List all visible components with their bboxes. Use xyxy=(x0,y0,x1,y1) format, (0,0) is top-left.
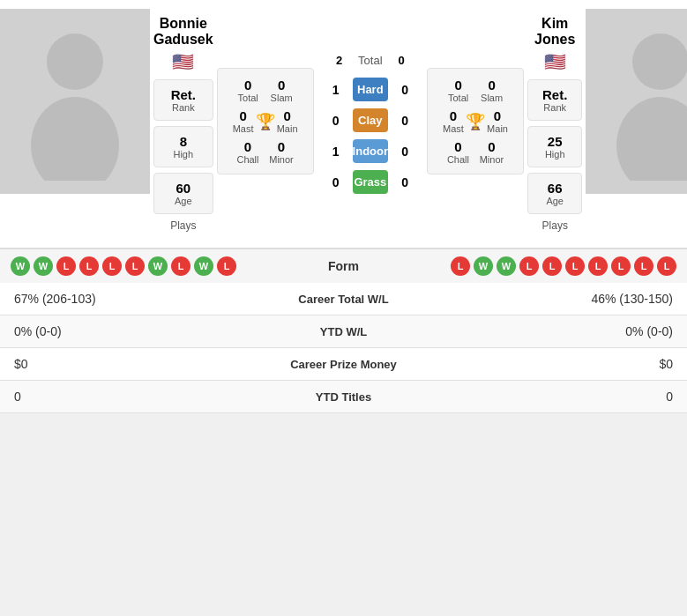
player1-rank-label: Rank xyxy=(168,102,198,113)
player2-trophy-icon: 🏆 xyxy=(466,112,485,131)
total-row: 2 Total 0 xyxy=(323,54,418,67)
player1-total-label: Total xyxy=(238,93,258,103)
svg-point-2 xyxy=(632,33,687,90)
player1-rank-value: Ret. xyxy=(168,87,198,102)
player1-mast-label: Mast xyxy=(233,123,254,134)
player2-minor-item: 0 Minor xyxy=(480,139,504,165)
player2-mast-label: Mast xyxy=(443,123,464,134)
career-stat-label: Career Prize Money xyxy=(256,358,432,371)
form-badge-p2: W xyxy=(497,256,516,276)
svg-point-1 xyxy=(31,97,119,181)
player1-flag: 🇺🇸 xyxy=(172,51,194,72)
p1-hard: 1 xyxy=(323,83,349,97)
player2-age-label: Age xyxy=(542,196,567,206)
career-stat-row: $0Career Prize Money$0 xyxy=(0,348,687,381)
player2-title-stats: 0 Total 0 Slam 0 Mast 🏆 0 xyxy=(427,68,524,174)
career-stat-p2: $0 xyxy=(432,357,674,371)
player2-info: Kim Jones 🇺🇸 Ret. Rank 25 High 66 Age Pl… xyxy=(524,9,586,239)
player1-high-value: 8 xyxy=(168,134,198,149)
player1-age-box: 60 Age xyxy=(153,173,213,214)
form-badge-p1: L xyxy=(102,256,122,276)
player2-photo xyxy=(586,9,687,194)
player2-high-label: High xyxy=(542,149,567,160)
player1-trophy-icon: 🏆 xyxy=(256,112,275,131)
career-stat-row: 67% (206-103)Career Total W/L46% (130-15… xyxy=(0,283,687,315)
clay-btn: Clay xyxy=(353,108,388,132)
p1-clay: 0 xyxy=(323,114,349,128)
player2-slam-item: 0 Slam xyxy=(481,78,503,103)
player1-rank-box: Ret. Rank xyxy=(153,79,213,121)
career-stat-p2: 0% (0-0) xyxy=(432,324,674,338)
form-badge-p2: W xyxy=(474,256,493,276)
player2-age-box: 66 Age xyxy=(527,173,582,214)
form-badge-p2: L xyxy=(565,256,585,276)
indoor-btn: Indoor xyxy=(353,139,388,163)
player2-rank-value: Ret. xyxy=(542,87,567,102)
p1-grass: 0 xyxy=(323,175,349,189)
player2-total-label: Total xyxy=(448,93,468,103)
player2-name: Kim Jones xyxy=(527,16,582,48)
indoor-row: 1 Indoor 0 xyxy=(323,139,418,163)
form-badge-p1: L xyxy=(171,256,190,276)
form-badge-p2: L xyxy=(657,256,676,276)
player1-title-stats: 0 Total 0 Slam 0 Mast 🏆 0 xyxy=(217,68,314,174)
player1-total-item: 0 Total xyxy=(238,78,258,103)
form-badge-p2: L xyxy=(451,256,470,276)
player1-slam-label: Slam xyxy=(271,93,293,103)
form-badge-p1: L xyxy=(125,256,145,276)
form-badge-p2: L xyxy=(519,256,539,276)
player2-main-label: Main xyxy=(487,123,508,134)
p2-indoor: 0 xyxy=(392,145,418,159)
player2-chall-item: 0 Chall xyxy=(447,139,469,165)
player1-minor-item: 0 Minor xyxy=(269,139,294,165)
form-badge-p1: L xyxy=(56,256,76,276)
form-section: WWLLLLWLWL Form LWWLLLLLLL xyxy=(0,248,687,283)
player1-main-item: 0 Main xyxy=(277,108,298,134)
player2-total-item: 0 Total xyxy=(448,78,468,103)
grass-btn: Grass xyxy=(353,170,388,194)
form-right: LWWLLLLLLL xyxy=(397,256,677,276)
player2-high-box: 25 High xyxy=(527,126,582,167)
player1-minor-val: 0 xyxy=(278,139,285,154)
player2-mast-item: 0 Mast xyxy=(443,108,464,134)
form-badge-p2: L xyxy=(634,256,653,276)
player1-main-val: 0 xyxy=(283,108,290,123)
player2-slam-label: Slam xyxy=(481,93,503,103)
player2-main-item: 0 Main xyxy=(487,108,508,134)
player1-high-label: High xyxy=(168,149,198,160)
p2-clay: 0 xyxy=(392,114,418,128)
main-container: Bonnie Gadusek 🇺🇸 Ret. Rank 8 High 60 Ag… xyxy=(0,0,687,413)
form-label: Form xyxy=(291,259,397,273)
p1-total: 2 xyxy=(326,54,353,67)
career-stat-label: YTD Titles xyxy=(256,390,432,404)
player2-stat-row1: 0 Total 0 Slam xyxy=(442,78,509,103)
career-stat-p1: 0 xyxy=(14,390,256,404)
p1-indoor: 1 xyxy=(323,145,349,159)
svg-point-0 xyxy=(47,33,103,90)
player1-stat-row3: 0 Chall 0 Minor xyxy=(232,139,299,165)
hard-btn: Hard xyxy=(353,78,388,101)
player1-chall-item: 0 Chall xyxy=(236,139,258,165)
player1-info: Bonnie Gadusek 🇺🇸 Ret. Rank 8 High 60 Ag… xyxy=(150,9,217,239)
player2-total-val: 0 xyxy=(454,78,461,93)
form-badge-p1: L xyxy=(79,256,99,276)
player1-age-label: Age xyxy=(168,196,198,206)
hard-row: 1 Hard 0 xyxy=(323,78,418,101)
player1-main-label: Main xyxy=(277,123,298,134)
player2-main-val: 0 xyxy=(494,108,501,123)
player2-high-value: 25 xyxy=(542,134,567,149)
player2-chall-label: Chall xyxy=(447,154,469,165)
player1-name: Bonnie Gadusek xyxy=(153,16,213,48)
player1-slam-item: 0 Slam xyxy=(271,78,293,103)
player2-rank-box: Ret. Rank xyxy=(527,79,582,121)
career-stat-p2: 0 xyxy=(432,390,674,404)
player1-mast-val: 0 xyxy=(239,108,246,123)
player1-high-box: 8 High xyxy=(153,126,213,167)
player2-rank-label: Rank xyxy=(542,102,567,113)
player2-stats-panel: 0 Total 0 Slam 0 Mast 🏆 0 xyxy=(427,9,524,239)
player1-minor-label: Minor xyxy=(269,154,294,165)
p2-total: 0 xyxy=(388,54,414,67)
player2-chall-val: 0 xyxy=(454,139,461,154)
player2-slam-val: 0 xyxy=(488,78,495,93)
player1-chall-label: Chall xyxy=(236,154,258,165)
